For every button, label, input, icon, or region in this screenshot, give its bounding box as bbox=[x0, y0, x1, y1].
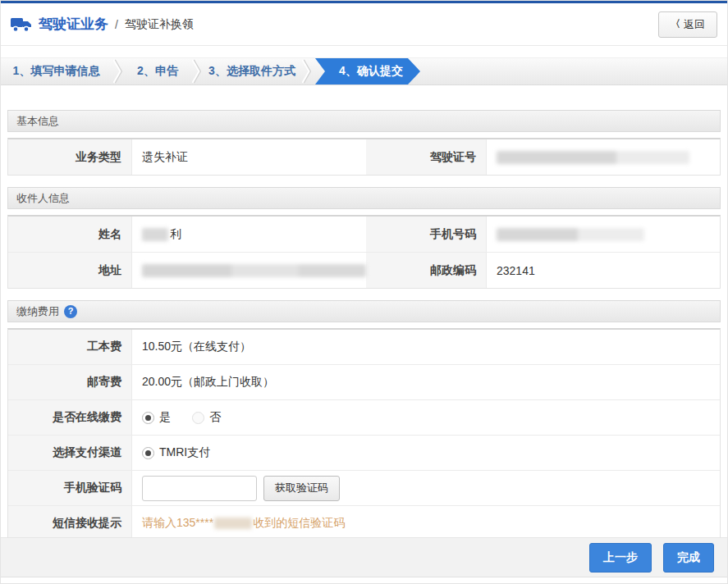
main-content: 基本信息 业务类型 遗失补证 驾驶证号 收件人信息 姓名 利 手机号码 bbox=[1, 110, 727, 541]
radio-tmri[interactable]: TMRI支付 bbox=[142, 445, 210, 460]
table-row: 邮寄费 20.00元（邮政上门收取） bbox=[8, 364, 720, 399]
sms-code-input[interactable] bbox=[142, 476, 257, 501]
step-wizard: 1、填写申请信息 2、申告 3、选择取件方式 4、确认提交 bbox=[1, 57, 727, 85]
online-payment-options: 是 否 bbox=[131, 400, 720, 435]
postage-fee-label: 邮寄费 bbox=[8, 365, 131, 399]
chevron-left-icon: 〈 bbox=[671, 17, 680, 31]
chevron-right-icon bbox=[300, 58, 314, 84]
radio-no-label: 否 bbox=[209, 410, 221, 425]
name-label: 姓名 bbox=[8, 217, 131, 252]
section-header-recipient: 收件人信息 bbox=[7, 187, 721, 209]
payment-channel-label: 选择支付渠道 bbox=[8, 436, 131, 470]
previous-step-button[interactable]: 上一步 bbox=[589, 543, 652, 573]
online-payment-label: 是否在线缴费 bbox=[8, 400, 131, 435]
get-code-button[interactable]: 获取验证码 bbox=[263, 476, 340, 501]
business-type-label: 业务类型 bbox=[8, 139, 131, 175]
breadcrumb-primary: 驾驶证业务 bbox=[39, 15, 108, 34]
address-label: 地址 bbox=[8, 253, 131, 288]
redacted-value bbox=[214, 518, 252, 529]
table-row: 姓名 利 手机号码 bbox=[8, 217, 720, 252]
radio-checked-icon bbox=[142, 412, 154, 424]
postcode-value: 232141 bbox=[486, 253, 720, 288]
postage-fee-value: 20.00元（邮政上门收取） bbox=[131, 365, 720, 399]
table-row: 选择支付渠道 TMRI支付 bbox=[8, 435, 720, 470]
table-row: 业务类型 遗失补证 驾驶证号 bbox=[8, 139, 720, 175]
redacted-value bbox=[497, 151, 689, 164]
chevron-right-icon bbox=[190, 58, 204, 84]
header: 驾驶证业务 / 驾驶证补换领 〈 返回 bbox=[1, 3, 727, 46]
name-visible-part: 利 bbox=[170, 227, 181, 242]
mobile-label: 手机号码 bbox=[366, 217, 486, 252]
step-4-confirm-submit[interactable]: 4、确认提交 bbox=[315, 58, 420, 84]
sms-hint-suffix: 收到的短信验证码 bbox=[253, 516, 345, 529]
page: 驾驶证业务 / 驾驶证补换领 〈 返回 1、填写申请信息 2、申告 3、选择取件… bbox=[0, 0, 728, 584]
redacted-value bbox=[142, 228, 168, 241]
sms-hint-label: 短信接收提示 bbox=[8, 506, 131, 541]
table-row: 工本费 10.50元（在线支付） bbox=[8, 330, 720, 364]
production-fee-value: 10.50元（在线支付） bbox=[131, 330, 720, 364]
basic-info-table: 业务类型 遗失补证 驾驶证号 bbox=[7, 138, 721, 176]
radio-no[interactable]: 否 bbox=[192, 410, 221, 425]
mobile-value bbox=[486, 217, 720, 252]
radio-unchecked-icon bbox=[192, 412, 204, 424]
production-fee-label: 工本费 bbox=[8, 330, 131, 364]
table-row: 手机验证码 获取验证码 bbox=[8, 470, 720, 505]
radio-yes-label: 是 bbox=[159, 410, 171, 425]
section-header-basic-info: 基本信息 bbox=[7, 110, 721, 132]
recipient-table: 姓名 利 手机号码 地址 邮政编码 232141 bbox=[7, 215, 721, 289]
radio-checked-icon bbox=[142, 447, 154, 459]
postcode-label: 邮政编码 bbox=[366, 253, 486, 288]
step-3-pickup-method[interactable]: 3、选择取件方式 bbox=[204, 58, 300, 84]
sms-hint-value: 请输入135****收到的短信验证码 bbox=[131, 506, 720, 541]
table-row: 是否在线缴费 是 否 bbox=[8, 399, 720, 435]
license-number-label: 驾驶证号 bbox=[366, 139, 486, 175]
section-title: 缴纳费用 bbox=[16, 301, 59, 322]
truck-icon bbox=[11, 16, 32, 33]
breadcrumb: 驾驶证业务 / 驾驶证补换领 bbox=[11, 15, 194, 34]
license-number-value bbox=[486, 139, 720, 175]
breadcrumb-secondary: 驾驶证补换领 bbox=[125, 17, 194, 32]
step-1-fill-application[interactable]: 1、填写申请信息 bbox=[1, 58, 112, 84]
sms-hint-prefix: 请输入135**** bbox=[142, 516, 213, 529]
payment-channel-options: TMRI支付 bbox=[131, 436, 720, 470]
help-icon[interactable]: ? bbox=[64, 305, 77, 318]
breadcrumb-separator: / bbox=[115, 18, 118, 31]
section-title: 基本信息 bbox=[16, 111, 59, 131]
radio-yes[interactable]: 是 bbox=[142, 410, 171, 425]
back-button[interactable]: 〈 返回 bbox=[658, 11, 717, 38]
redacted-value bbox=[497, 228, 644, 241]
radio-tmri-label: TMRI支付 bbox=[159, 445, 210, 460]
redacted-value bbox=[142, 264, 366, 277]
section-header-payment: 缴纳费用 ? bbox=[7, 300, 721, 322]
table-row: 地址 邮政编码 232141 bbox=[8, 252, 720, 288]
footer-action-bar: 上一步 完成 bbox=[1, 537, 727, 577]
sms-code-field: 获取验证码 bbox=[131, 471, 720, 505]
finish-button[interactable]: 完成 bbox=[663, 543, 714, 573]
section-title: 收件人信息 bbox=[16, 188, 70, 208]
back-button-label: 返回 bbox=[684, 17, 705, 32]
address-value bbox=[131, 253, 366, 288]
business-type-value: 遗失补证 bbox=[131, 139, 366, 175]
table-row: 短信接收提示 请输入135****收到的短信验证码 bbox=[8, 505, 720, 541]
chevron-right-icon bbox=[112, 58, 125, 84]
step-2-declaration[interactable]: 2、申告 bbox=[125, 58, 190, 84]
sms-code-label: 手机验证码 bbox=[8, 471, 131, 505]
name-value: 利 bbox=[131, 217, 366, 252]
payment-table: 工本费 10.50元（在线支付） 邮寄费 20.00元（邮政上门收取） 是否在线… bbox=[7, 328, 721, 541]
